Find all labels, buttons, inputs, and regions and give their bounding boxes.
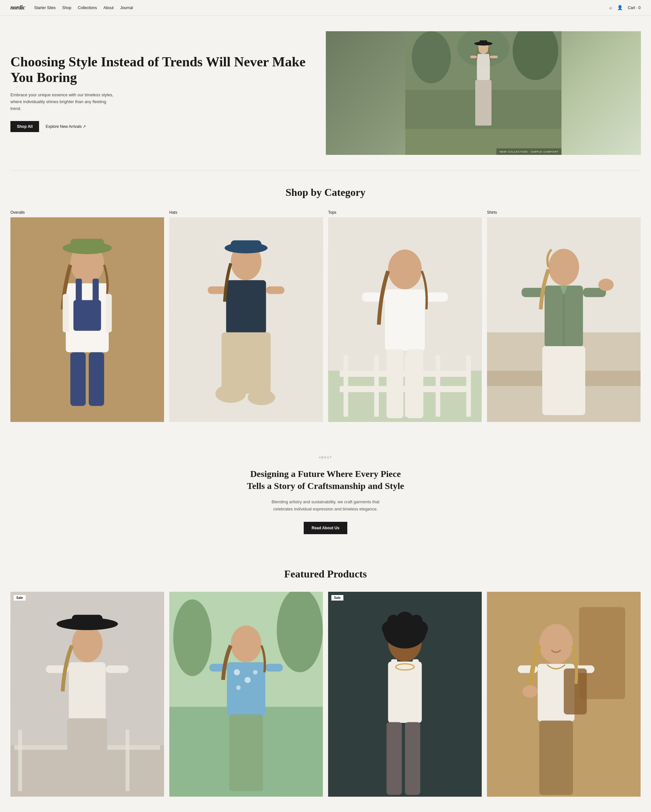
navbar: nordic Starter Sites Shop Collections Ab… <box>0 0 651 15</box>
svg-rect-98 <box>391 659 397 669</box>
hero-title: Choosing Style Instead of Trends Will Ne… <box>11 54 313 85</box>
svg-rect-7 <box>477 54 490 80</box>
svg-point-59 <box>549 249 579 285</box>
svg-rect-102 <box>405 722 420 795</box>
about-section: ABOUT Designing a Future Where Every Pie… <box>0 438 651 553</box>
svg-rect-48 <box>340 386 470 392</box>
nav-links: Starter Sites Shop Collections About Jou… <box>34 6 133 10</box>
svg-rect-36 <box>208 286 226 294</box>
svg-rect-71 <box>126 730 130 792</box>
svg-rect-12 <box>490 56 498 58</box>
shop-category-section: Shop by Category Overalls <box>0 171 651 438</box>
read-about-us-button[interactable]: Read About Us <box>304 522 347 534</box>
svg-rect-53 <box>387 349 403 418</box>
svg-rect-86 <box>227 662 265 716</box>
svg-rect-28 <box>106 294 112 333</box>
svg-point-2 <box>412 31 451 83</box>
svg-point-49 <box>388 250 422 290</box>
featured-section: Featured Products Sale <box>0 553 651 812</box>
svg-rect-10 <box>480 40 487 45</box>
hero-illustration: NEW COLLECTION · SIMPLE COMFORT <box>326 31 641 155</box>
cart-button[interactable]: Cart · 0 <box>628 6 640 10</box>
svg-rect-93 <box>229 714 263 791</box>
svg-rect-75 <box>72 615 102 627</box>
category-label-tops: Tops <box>328 210 482 215</box>
svg-rect-117 <box>539 720 573 795</box>
hero-subtitle: Embrace your unique essence with our tim… <box>11 92 115 112</box>
category-image-shirts <box>487 217 640 422</box>
svg-text:NEW COLLECTION · SIMPLE COMFOR: NEW COLLECTION · SIMPLE COMFORT <box>500 150 559 153</box>
cart-count: 0 <box>638 6 640 10</box>
svg-rect-54 <box>406 349 423 418</box>
svg-rect-69 <box>18 730 22 792</box>
category-image-overalls <box>11 217 164 422</box>
featured-title: Featured Products <box>11 568 640 580</box>
product-item-2[interactable] <box>169 592 323 797</box>
svg-rect-37 <box>266 286 284 294</box>
svg-rect-27 <box>63 294 69 333</box>
svg-point-38 <box>215 385 246 403</box>
category-item-tops[interactable]: Tops <box>328 210 482 422</box>
nav-right: ⌕ 👤 Cart · 0 <box>609 5 640 11</box>
svg-rect-76 <box>69 662 105 720</box>
svg-point-65 <box>598 279 614 291</box>
nav-collections[interactable]: Collections <box>78 6 97 10</box>
svg-rect-35 <box>222 333 271 394</box>
about-title: Designing a Future Where Every Piece Tel… <box>244 468 407 492</box>
sale-badge-3: Sale <box>332 595 344 601</box>
svg-point-73 <box>72 626 102 662</box>
account-icon[interactable]: 👤 <box>617 5 623 11</box>
nav-starter-sites[interactable]: Starter Sites <box>34 6 56 10</box>
category-label-hats: Hats <box>169 210 323 215</box>
svg-rect-52 <box>425 293 448 302</box>
svg-rect-43 <box>374 355 379 417</box>
product-item-4[interactable] <box>487 592 640 797</box>
nav-journal[interactable]: Journal <box>120 6 133 10</box>
category-label-shirts: Shirts <box>487 210 640 215</box>
cart-label: Cart <box>628 6 636 10</box>
category-grid: Overalls <box>11 210 640 422</box>
search-icon[interactable]: ⌕ <box>609 5 612 11</box>
about-tag: ABOUT <box>11 456 640 459</box>
svg-point-85 <box>231 626 261 662</box>
svg-point-89 <box>236 685 240 690</box>
svg-rect-20 <box>76 279 82 302</box>
svg-point-118 <box>523 685 538 698</box>
site-logo[interactable]: nordic <box>11 4 25 11</box>
category-item-shirts[interactable]: Shirts <box>487 210 640 422</box>
shop-all-button[interactable]: Shop All <box>11 121 39 132</box>
category-item-hats[interactable]: Hats <box>169 210 323 422</box>
sale-badge-1: Sale <box>14 595 26 601</box>
category-image-hats <box>169 217 323 422</box>
svg-rect-34 <box>226 280 266 334</box>
category-image-tops <box>328 217 482 422</box>
svg-point-112 <box>539 624 573 664</box>
product-item-1[interactable]: Sale <box>11 592 164 797</box>
category-item-overalls[interactable]: Overalls <box>11 210 164 422</box>
svg-point-90 <box>253 670 257 675</box>
svg-point-88 <box>245 677 251 683</box>
product-image-2 <box>169 592 323 797</box>
svg-point-107 <box>387 615 400 627</box>
product-item-3[interactable]: Sale <box>328 592 482 797</box>
svg-rect-78 <box>106 665 129 673</box>
product-image-3 <box>328 592 482 797</box>
nav-left: nordic Starter Sites Shop Collections Ab… <box>11 4 133 11</box>
svg-point-39 <box>248 390 275 405</box>
svg-rect-42 <box>344 355 348 417</box>
nav-about[interactable]: About <box>104 6 114 10</box>
nav-shop[interactable]: Shop <box>62 6 71 10</box>
svg-rect-66 <box>542 346 585 415</box>
svg-point-84 <box>277 592 322 672</box>
category-label-overalls: Overalls <box>11 210 164 215</box>
product-image-1 <box>11 592 164 797</box>
shop-category-title: Shop by Category <box>11 186 640 198</box>
svg-rect-23 <box>70 352 86 406</box>
svg-point-87 <box>234 669 240 675</box>
hero-image-placeholder: NEW COLLECTION · SIMPLE COMFORT <box>326 31 641 155</box>
svg-rect-50 <box>385 290 425 351</box>
svg-rect-11 <box>470 56 477 58</box>
hero-image: NEW COLLECTION · SIMPLE COMFORT <box>326 31 641 155</box>
explore-new-arrivals-link[interactable]: Explore New Arrivals ↗ <box>46 124 86 129</box>
svg-rect-24 <box>89 352 104 406</box>
